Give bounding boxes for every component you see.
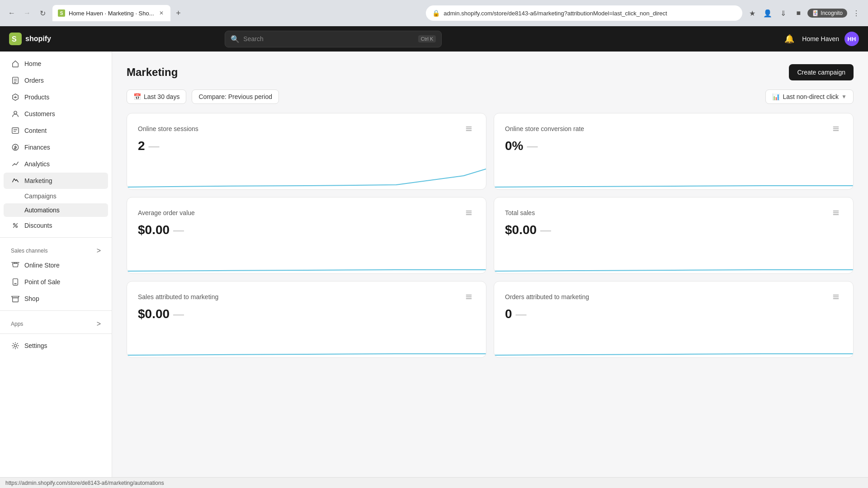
attribution-label: Last non-direct click — [783, 93, 839, 100]
sessions-number: 2 — [138, 139, 145, 153]
notifications-button[interactable]: 🔔 — [782, 32, 797, 46]
search-box[interactable]: 🔍 Search Ctrl K — [225, 31, 442, 47]
date-range-filter[interactable]: 📅 Last 30 days — [127, 89, 186, 104]
app-layout: S shopify 🔍 Search Ctrl K 🔔 Home Haven H… — [0, 26, 868, 488]
sidebar-item-analytics[interactable]: Analytics — [4, 156, 108, 172]
svg-rect-12 — [466, 128, 472, 129]
sidebar-item-marketing[interactable]: Marketing — [4, 173, 108, 189]
card-total-sales-value: $0.00 — — [505, 223, 842, 237]
card-avg-order: Average order value $0.00 — — [127, 197, 486, 274]
card-avg-order-menu[interactable] — [462, 206, 475, 219]
search-shortcut: Ctrl K — [418, 35, 436, 42]
sidebar-item-customers[interactable]: Customers — [4, 106, 108, 122]
card-conversion-value: 0% — — [505, 139, 842, 153]
sidebar-item-online-store[interactable]: Online Store — [4, 257, 108, 273]
active-tab[interactable]: S Home Haven · Marketing · Sho... ✕ — [52, 5, 170, 21]
status-url: https://admin.shopify.com/store/de8143-a… — [5, 480, 164, 486]
card-avg-order-header: Average order value — [138, 206, 475, 219]
analytics-icon — [11, 160, 20, 169]
search-icon: 🔍 — [231, 35, 240, 43]
sidebar-item-content[interactable]: Content — [4, 122, 108, 139]
download-button[interactable]: ⇓ — [777, 7, 789, 19]
card-sales-attributed: Sales attributed to marketing $0.00 — — [127, 281, 486, 358]
attribution-select[interactable]: 📊 Last non-direct click ▼ — [765, 89, 854, 104]
card-sales-attributed-value: $0.00 — — [138, 307, 475, 321]
forward-button[interactable]: → — [21, 7, 33, 19]
url-text: admin.shopify.com/store/de8143-a6/market… — [443, 10, 667, 17]
sidebar-sub-automations[interactable]: Automations — [4, 203, 108, 217]
reload-button[interactable]: ↻ — [36, 7, 49, 19]
tab-title: Home Haven · Marketing · Sho... — [69, 10, 154, 17]
card-avg-order-title: Average order value — [138, 209, 195, 216]
card-sales-attributed-menu[interactable] — [462, 291, 475, 303]
card-sessions-menu[interactable] — [462, 122, 475, 135]
total-sales-number: $0.00 — [505, 223, 537, 237]
card-orders-attributed-chart — [494, 330, 853, 357]
sidebar-item-finances[interactable]: Finances — [4, 139, 108, 155]
online-store-icon — [11, 261, 20, 270]
tab-favicon: S — [58, 9, 65, 17]
products-icon — [11, 93, 20, 102]
sidebar-item-home[interactable]: Home — [4, 56, 108, 72]
sidebar-divider-2 — [0, 310, 112, 311]
topbar-right: 🔔 Home Haven HH — [782, 32, 859, 46]
store-avatar[interactable]: HH — [844, 32, 859, 46]
browser-actions: ★ 👤 ⇓ ■ 🃏 Incognito ⋮ — [746, 7, 863, 19]
back-button[interactable]: ← — [5, 7, 18, 19]
card-orders-attributed-menu[interactable] — [830, 291, 842, 303]
svg-rect-17 — [466, 211, 472, 211]
svg-rect-28 — [833, 298, 839, 299]
bookmark-button[interactable]: ★ — [746, 7, 759, 19]
sidebar-item-orders[interactable]: Orders — [4, 72, 108, 89]
status-bar: https://admin.shopify.com/store/de8143-a… — [0, 477, 868, 488]
avg-order-dash: — — [173, 224, 184, 236]
sales-attributed-number: $0.00 — [138, 307, 170, 321]
sidebar-label-home: Home — [24, 60, 41, 67]
card-sessions-chart — [127, 162, 486, 189]
sidebar-sub-campaigns[interactable]: Campaigns — [4, 189, 108, 203]
orders-attributed-number: 0 — [505, 307, 512, 321]
search-placeholder: Search — [243, 35, 263, 42]
sidebar-label-marketing: Marketing — [24, 177, 52, 184]
page-title: Marketing — [127, 66, 178, 79]
svg-point-3 — [14, 111, 17, 114]
card-orders-attributed-header: Orders attributed to marketing — [505, 291, 842, 303]
card-conversion-title: Online store conversion rate — [505, 125, 584, 132]
shopify-logo[interactable]: S shopify — [9, 33, 51, 45]
card-conversion-chart — [494, 162, 853, 189]
sales-attributed-dash: — — [173, 308, 184, 320]
create-campaign-button[interactable]: Create campaign — [789, 64, 854, 80]
page-header: Marketing Create campaign — [127, 64, 854, 80]
sidebar-item-discounts[interactable]: Discounts — [4, 217, 108, 234]
compare-filter[interactable]: Compare: Previous period — [192, 89, 279, 104]
menu-button[interactable]: ⋮ — [850, 7, 863, 19]
svg-rect-25 — [466, 298, 472, 299]
browser-tabs: S Home Haven · Marketing · Sho... ✕ + — [52, 5, 422, 21]
filters-bar: 📅 Last 30 days Compare: Previous period … — [127, 89, 854, 104]
topbar: S shopify 🔍 Search Ctrl K 🔔 Home Haven H… — [0, 26, 868, 52]
sidebar-label-content: Content — [24, 127, 47, 134]
sidebar-sub-label-campaigns: Campaigns — [24, 192, 57, 200]
new-tab-button[interactable]: + — [172, 7, 185, 19]
date-range-label: Last 30 days — [144, 93, 179, 100]
sales-channels-header[interactable]: Sales channels > — [0, 241, 112, 257]
bar-chart-icon: 📊 — [772, 93, 780, 100]
card-sales-attributed-title: Sales attributed to marketing — [138, 293, 218, 300]
apps-header[interactable]: Apps > — [0, 314, 112, 330]
sidebar-item-products[interactable]: Products — [4, 89, 108, 105]
profile-button[interactable]: 👤 — [761, 7, 774, 19]
card-total-sales-menu[interactable] — [830, 206, 842, 219]
svg-rect-18 — [466, 212, 472, 213]
card-conversion-menu[interactable] — [830, 122, 842, 135]
sidebar-item-shop[interactable]: Shop — [4, 291, 108, 307]
tab-close-button[interactable]: ✕ — [158, 9, 165, 17]
svg-rect-15 — [833, 128, 839, 129]
sidebar-item-point-of-sale[interactable]: Point of Sale — [4, 274, 108, 290]
browser-nav: ← → ↻ — [5, 7, 49, 19]
incognito-icon: 🃏 — [812, 10, 819, 16]
incognito-badge: 🃏 Incognito — [807, 9, 847, 18]
extensions-button[interactable]: ■ — [792, 7, 805, 19]
svg-point-7 — [16, 226, 18, 228]
address-bar[interactable]: 🔒 admin.shopify.com/store/de8143-a6/mark… — [426, 5, 742, 21]
sidebar-item-settings[interactable]: Settings — [4, 338, 108, 354]
